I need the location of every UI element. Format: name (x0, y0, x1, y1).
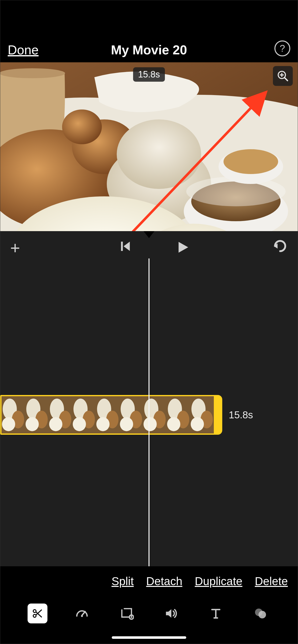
play-button[interactable] (176, 240, 190, 254)
svg-point-1 (0, 68, 65, 78)
imovie-editor-screen: Done My Movie 20 ? (0, 0, 298, 644)
speedometer-icon (74, 606, 90, 621)
svg-point-36 (73, 417, 86, 431)
clip-actions: Split Detach Duplicate Delete (0, 566, 298, 596)
filters-icon (254, 606, 268, 620)
clip-duration-label: 15.8s (229, 410, 253, 420)
detach-button[interactable]: Detach (146, 574, 182, 588)
speaker-icon (164, 606, 178, 621)
preview-duration-badge: 15.8s (133, 67, 165, 82)
svg-point-52 (167, 417, 180, 431)
clip-thumbnails (0, 395, 215, 435)
timeline[interactable]: 15.8s (0, 258, 298, 566)
tool-bar (0, 596, 298, 631)
duplicate-button[interactable]: Duplicate (195, 574, 242, 588)
preview-frame-image (0, 62, 298, 231)
svg-point-48 (144, 417, 157, 431)
svg-point-11 (224, 149, 278, 174)
delete-button[interactable]: Delete (255, 574, 288, 588)
filters-tool[interactable] (250, 604, 270, 624)
project-title: My Movie 20 (0, 42, 298, 57)
header: Done My Movie 20 ? (0, 0, 298, 62)
cut-tool[interactable] (28, 604, 48, 624)
titles-tool[interactable] (206, 604, 226, 624)
scissors-icon (32, 608, 43, 619)
svg-point-28 (26, 417, 39, 431)
clip-trim-handle[interactable] (214, 395, 222, 435)
svg-point-32 (49, 417, 62, 431)
help-button[interactable]: ? (274, 40, 290, 56)
svg-point-6 (117, 120, 201, 189)
split-button[interactable]: Split (112, 574, 134, 588)
svg-point-44 (120, 417, 133, 431)
svg-point-56 (191, 417, 204, 431)
video-clip[interactable] (0, 395, 224, 435)
svg-rect-20 (121, 242, 123, 251)
undo-button[interactable] (272, 240, 288, 252)
svg-point-62 (81, 615, 83, 617)
playhead-marker-icon (144, 231, 154, 238)
svg-point-40 (96, 417, 110, 431)
svg-point-24 (2, 417, 15, 431)
playhead[interactable] (148, 258, 150, 566)
add-media-button[interactable]: + (10, 238, 20, 258)
speed-tool[interactable] (72, 604, 92, 624)
zoom-in-button[interactable] (273, 66, 293, 86)
crop-tool[interactable] (117, 604, 136, 624)
svg-line-16 (284, 78, 288, 81)
svg-point-65 (258, 611, 266, 618)
volume-tool[interactable] (162, 604, 181, 624)
home-indicator[interactable] (112, 636, 186, 639)
skip-to-start-button[interactable] (120, 240, 132, 252)
svg-line-61 (82, 612, 85, 616)
magnify-plus-icon (277, 70, 289, 82)
video-preview[interactable]: 15.8s (0, 62, 298, 231)
text-icon (209, 607, 222, 620)
svg-point-4 (62, 110, 102, 144)
crop-video-icon (120, 606, 134, 621)
help-icon: ? (280, 43, 285, 54)
